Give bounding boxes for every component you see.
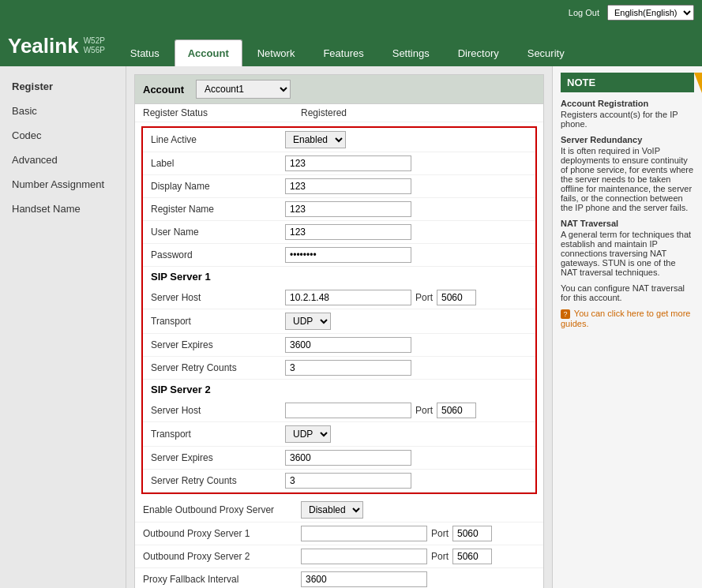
tab-account[interactable]: Account <box>175 39 242 66</box>
user-name-label: User Name <box>151 227 285 238</box>
server-retry1-row: Server Retry Counts <box>143 357 535 380</box>
outbound-proxy1-port-input[interactable] <box>452 526 492 541</box>
register-status-value: Registered <box>301 107 347 118</box>
server-host1-row: Server Host Port <box>143 287 535 309</box>
note-server-text: It is often required in VoIP deployments… <box>561 146 694 212</box>
tab-status[interactable]: Status <box>117 39 173 66</box>
transport1-select[interactable]: UDP <box>285 313 331 330</box>
sidebar-item-register[interactable]: Register <box>0 74 126 99</box>
outbound-proxy1-input[interactable] <box>301 526 427 541</box>
server-expires2-input[interactable] <box>285 450 411 466</box>
password-row: Password <box>143 244 535 267</box>
line-active-label: Line Active <box>151 134 285 145</box>
server-retry2-input[interactable] <box>285 473 411 489</box>
logo-sub2: W56P <box>84 46 105 55</box>
server-retry2-label: Server Retry Counts <box>151 475 285 486</box>
sidebar: Register Basic Codec Advanced Number Ass… <box>0 66 126 588</box>
line-active-select[interactable]: Enabled <box>285 131 346 148</box>
register-name-row: Register Name <box>143 198 535 221</box>
transport1-row: Transport UDP <box>143 309 535 334</box>
user-name-row: User Name <box>143 221 535 244</box>
display-name-input[interactable] <box>285 178 411 194</box>
proxy-fallback-input[interactable] <box>301 571 427 587</box>
red-section: Line Active Enabled Label Display Name <box>141 126 537 494</box>
outbound-proxy2-label: Outbound Proxy Server 2 <box>143 551 301 562</box>
tab-directory[interactable]: Directory <box>445 39 512 66</box>
server-expires1-label: Server Expires <box>151 339 285 350</box>
register-name-label: Register Name <box>151 204 285 215</box>
note-account-registration: Account Registration Registers account(s… <box>561 99 694 129</box>
note-guides-link[interactable]: You can click here to get more guides. <box>561 309 690 328</box>
form-header: Account Account1 <box>135 75 543 104</box>
outbound-proxy1-label: Outbound Proxy Server 1 <box>143 528 301 539</box>
outbound-proxy1-row: Outbound Proxy Server 1 Port <box>135 522 543 545</box>
tab-network[interactable]: Network <box>244 39 309 66</box>
transport1-label: Transport <box>151 316 285 327</box>
nav-tabs: Status Account Network Features Settings… <box>117 25 694 66</box>
server-retry1-input[interactable] <box>285 360 411 376</box>
server-host2-label: Server Host <box>151 405 285 416</box>
server-host2-row: Server Host Port <box>143 399 535 422</box>
outbound-proxy2-port-input[interactable] <box>452 549 492 564</box>
register-name-input[interactable] <box>285 201 411 217</box>
logo-sub1: W52P <box>84 36 105 46</box>
note-title: NOTE <box>561 73 694 92</box>
logo: Yealink <box>8 34 79 58</box>
outbound-port2-label: Port <box>431 551 449 562</box>
server-expires2-label: Server Expires <box>151 452 285 463</box>
label-label: Label <box>151 158 285 169</box>
note-account-title: Account Registration <box>561 99 694 108</box>
note-guides: ? You can click here to get more guides. <box>561 309 694 328</box>
outbound-proxy2-input[interactable] <box>301 549 427 564</box>
form-container: Account Account1 Register Status Registe… <box>134 74 544 588</box>
tab-security[interactable]: Security <box>514 39 578 66</box>
note-nat-title: NAT Traversal <box>561 219 694 228</box>
register-status-row: Register Status Registered <box>135 104 543 122</box>
server-host2-port-input[interactable] <box>437 403 476 418</box>
server-expires1-input[interactable] <box>285 337 411 353</box>
proxy-fallback-label: Proxy Fallback Interval <box>143 574 301 585</box>
line-active-row: Line Active Enabled <box>143 128 535 152</box>
proxy-fallback-row: Proxy Fallback Interval <box>135 568 543 588</box>
header: Yealink W52P W56P Status Account Network… <box>0 25 702 66</box>
label-input[interactable] <box>285 155 411 171</box>
logout-button[interactable]: Log Out <box>569 8 599 17</box>
port1-label: Port <box>415 292 433 303</box>
register-status-label: Register Status <box>143 107 301 118</box>
password-label: Password <box>151 249 285 260</box>
display-name-label: Display Name <box>151 181 285 192</box>
tab-features[interactable]: Features <box>310 39 377 66</box>
transport2-row: Transport UDP <box>143 422 535 447</box>
server-expires2-row: Server Expires <box>143 447 535 470</box>
note-nat-configure: You can configure NAT traversal for this… <box>561 283 694 302</box>
account-select[interactable]: Account1 <box>196 80 291 99</box>
transport2-label: Transport <box>151 429 285 440</box>
server-host2-input[interactable] <box>285 403 411 418</box>
guide-icon: ? <box>561 309 570 319</box>
sidebar-item-codec[interactable]: Codec <box>0 123 126 148</box>
sidebar-item-handset-name[interactable]: Handset Name <box>0 197 126 221</box>
server-expires1-row: Server Expires <box>143 334 535 357</box>
port2-label: Port <box>415 405 433 416</box>
outbound-proxy2-row: Outbound Proxy Server 2 Port <box>135 545 543 568</box>
transport2-select[interactable]: UDP <box>285 425 331 443</box>
sip-server2-title: SIP Server 2 <box>143 380 535 399</box>
sidebar-item-number-assignment[interactable]: Number Assignment <box>0 172 126 197</box>
server-host1-label: Server Host <box>151 292 285 303</box>
user-name-input[interactable] <box>285 224 411 240</box>
outbound-proxy-select[interactable]: Disabled <box>301 501 363 519</box>
outbound-port1-label: Port <box>431 528 449 539</box>
server-host1-port-input[interactable] <box>437 290 476 305</box>
server-retry2-row: Server Retry Counts <box>143 470 535 492</box>
tab-settings[interactable]: Settings <box>379 39 443 66</box>
note-panel: NOTE Account Registration Registers acco… <box>552 66 702 588</box>
password-input[interactable] <box>285 247 411 263</box>
note-account-text: Registers account(s) for the IP phone. <box>561 110 694 129</box>
main: Register Basic Codec Advanced Number Ass… <box>0 66 702 588</box>
outbound-proxy-row: Enable Outbound Proxy Server Disabled <box>135 498 543 522</box>
language-select[interactable]: English(English) <box>607 5 694 21</box>
sidebar-item-advanced[interactable]: Advanced <box>0 148 126 172</box>
display-name-row: Display Name <box>143 175 535 198</box>
server-host1-input[interactable] <box>285 290 411 305</box>
sidebar-item-basic[interactable]: Basic <box>0 99 126 123</box>
